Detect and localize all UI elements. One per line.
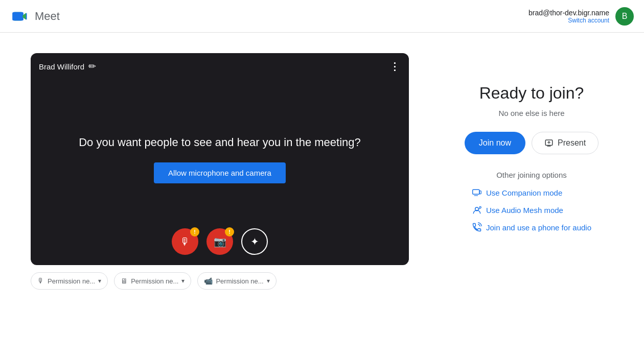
join-now-button[interactable]: Join now bbox=[465, 132, 525, 154]
permission-row: 🎙 Permission ne... ▾ 🖥 Permission ne... … bbox=[31, 272, 409, 290]
svg-rect-6 bbox=[479, 191, 481, 194]
microphone-icon: 🎙 bbox=[37, 277, 44, 285]
svg-rect-5 bbox=[473, 189, 479, 194]
right-panel: Ready to join? No one else is here Join … bbox=[450, 53, 613, 232]
join-actions: Join now Present bbox=[465, 132, 599, 154]
camera-warning-badge: ! bbox=[225, 227, 234, 236]
account-area: brad@thor-dev.bigr.name Switch account B bbox=[528, 7, 634, 26]
video-center-content: Do you want people to see and hear you i… bbox=[68, 135, 371, 184]
screen-dropdown-arrow-icon: ▾ bbox=[181, 277, 185, 284]
ready-to-join-title: Ready to join? bbox=[479, 84, 584, 103]
mic-off-icon: 🎙 bbox=[180, 236, 190, 248]
companion-mode-link[interactable]: Use Companion mode bbox=[472, 187, 562, 198]
mute-microphone-button[interactable]: 🎙 ! bbox=[172, 228, 198, 255]
avatar[interactable]: B bbox=[615, 7, 634, 26]
phone-audio-link[interactable]: Join and use a phone for audio bbox=[472, 222, 591, 232]
video-user-name: Brad Williford ✏ bbox=[39, 61, 96, 72]
mic-permission-label: Permission ne... bbox=[48, 277, 95, 285]
video-section: Brad Williford ✏ ⋮ Do you want people to… bbox=[31, 53, 409, 290]
no-one-here-text: No one else is here bbox=[498, 109, 564, 117]
account-info: brad@thor-dev.bigr.name Switch account bbox=[528, 9, 609, 24]
audio-mesh-link[interactable]: Use Audio Mesh mode bbox=[472, 205, 563, 215]
companion-mode-label: Use Companion mode bbox=[486, 188, 562, 197]
user-email: brad@thor-dev.bigr.name bbox=[528, 9, 609, 17]
camera-permission-label: Permission ne... bbox=[216, 277, 263, 285]
allow-microphone-camera-button[interactable]: Allow microphone and camera bbox=[154, 162, 286, 183]
phone-audio-icon bbox=[472, 222, 482, 232]
header: Meet brad@thor-dev.bigr.name Switch acco… bbox=[0, 0, 644, 33]
logo-area: Meet bbox=[10, 6, 60, 27]
app-title: Meet bbox=[35, 10, 60, 23]
camera-permission-dropdown[interactable]: 📹 Permission ne... ▾ bbox=[197, 272, 276, 290]
meet-logo-icon bbox=[10, 6, 31, 27]
camera-icon: 📹 bbox=[204, 277, 213, 285]
audio-mesh-icon bbox=[472, 205, 482, 215]
camera-dropdown-arrow-icon: ▾ bbox=[267, 277, 270, 284]
video-header: Brad Williford ✏ ⋮ bbox=[31, 53, 409, 80]
camera-off-icon: 📷 bbox=[214, 235, 226, 248]
other-options-title: Other joining options bbox=[496, 171, 567, 179]
more-options-button[interactable]: ⋮ bbox=[389, 60, 401, 73]
other-options-list: Use Companion mode Use Audio Mesh mode J… bbox=[472, 187, 591, 232]
present-label: Present bbox=[558, 138, 586, 148]
audio-mesh-label: Use Audio Mesh mode bbox=[486, 206, 563, 215]
microphone-permission-dropdown[interactable]: 🎙 Permission ne... ▾ bbox=[31, 272, 108, 290]
edit-name-icon[interactable]: ✏ bbox=[88, 61, 96, 72]
switch-account-link[interactable]: Switch account bbox=[528, 17, 609, 24]
present-button[interactable]: Present bbox=[532, 132, 599, 154]
video-preview: Brad Williford ✏ ⋮ Do you want people to… bbox=[31, 53, 409, 265]
companion-mode-icon bbox=[472, 187, 482, 198]
video-controls: 🎙 ! 📷 ! ✦ bbox=[172, 228, 268, 255]
screen-permission-label: Permission ne... bbox=[131, 277, 178, 285]
main-content: Brad Williford ✏ ⋮ Do you want people to… bbox=[0, 33, 644, 356]
present-icon bbox=[544, 138, 554, 148]
mic-warning-badge: ! bbox=[190, 227, 199, 236]
permission-question: Do you want people to see and hear you i… bbox=[68, 135, 371, 151]
svg-point-8 bbox=[479, 206, 481, 208]
effects-icon: ✦ bbox=[250, 235, 259, 248]
phone-audio-label: Join and use a phone for audio bbox=[486, 223, 591, 232]
mic-dropdown-arrow-icon: ▾ bbox=[98, 277, 101, 284]
screen-icon: 🖥 bbox=[121, 277, 128, 285]
screen-permission-dropdown[interactable]: 🖥 Permission ne... ▾ bbox=[114, 272, 191, 290]
effects-button[interactable]: ✦ bbox=[241, 228, 268, 255]
camera-off-button[interactable]: 📷 ! bbox=[206, 228, 233, 255]
